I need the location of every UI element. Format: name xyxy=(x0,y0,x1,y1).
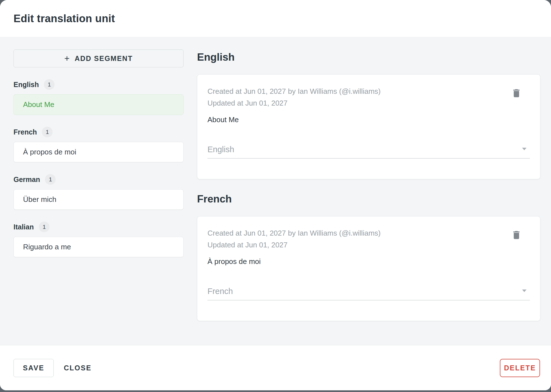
updated-at-text: Updated at Jun 01, 2027 xyxy=(207,97,510,109)
language-label: English xyxy=(13,81,39,89)
meta-block: Created at Jun 01, 2027 by Ian Williams … xyxy=(207,85,510,109)
trash-icon xyxy=(511,88,522,99)
updated-at-text: Updated at Jun 01, 2027 xyxy=(207,239,510,251)
segments-sidebar: + ADD SEGMENT English 1 About Me French … xyxy=(13,37,184,345)
language-label: German xyxy=(13,176,40,184)
segment-count-badge: 1 xyxy=(44,79,55,90)
segment-item-french[interactable]: À propos de moi xyxy=(13,142,184,162)
delete-segment-button[interactable] xyxy=(510,229,523,241)
segment-text: Über mich xyxy=(23,195,56,204)
created-at-text: Created at Jun 01, 2027 by Ian Williams … xyxy=(207,85,510,97)
segment-content-text: À propos de moi xyxy=(207,257,530,266)
close-button[interactable]: CLOSE xyxy=(63,359,92,377)
segment-count-badge: 1 xyxy=(45,174,56,185)
segment-text: About Me xyxy=(23,100,54,109)
segment-content-text: About Me xyxy=(207,115,530,124)
segment-count-badge: 1 xyxy=(39,222,49,232)
chevron-down-icon xyxy=(522,290,527,292)
segment-item-italian[interactable]: Riguardo a me xyxy=(13,237,184,257)
language-group-header-italian: Italian 1 xyxy=(13,222,184,232)
translation-card-french: Created at Jun 01, 2027 by Ian Williams … xyxy=(197,216,540,321)
segment-text: À propos de moi xyxy=(23,148,76,156)
trash-icon xyxy=(511,230,522,240)
language-select[interactable]: French xyxy=(207,287,530,300)
section-heading-english: English xyxy=(197,51,540,63)
translation-card-english: Created at Jun 01, 2027 by Ian Williams … xyxy=(197,74,540,179)
save-button[interactable]: SAVE xyxy=(13,359,54,377)
section-heading-french: French xyxy=(197,193,540,205)
language-select-value: French xyxy=(207,287,522,296)
segment-text: Riguardo a me xyxy=(23,243,71,251)
language-label: Italian xyxy=(13,223,34,231)
language-group-header-english: English 1 xyxy=(13,79,184,90)
language-select[interactable]: English xyxy=(207,145,530,159)
delete-button[interactable]: DELETE xyxy=(500,359,540,377)
chevron-down-icon xyxy=(522,148,527,150)
add-segment-button[interactable]: + ADD SEGMENT xyxy=(13,49,184,67)
segment-item-english[interactable]: About Me xyxy=(13,94,184,115)
dialog-footer: SAVE CLOSE DELETE xyxy=(0,345,551,390)
segment-item-german[interactable]: Über mich xyxy=(13,189,184,210)
language-group-header-french: French 1 xyxy=(13,127,184,137)
add-segment-label: ADD SEGMENT xyxy=(74,54,133,63)
delete-segment-button[interactable] xyxy=(510,87,523,99)
language-group-header-german: German 1 xyxy=(13,174,184,185)
meta-block: Created at Jun 01, 2027 by Ian Williams … xyxy=(207,227,510,251)
edit-translation-unit-dialog: Edit translation unit + ADD SEGMENT Engl… xyxy=(0,0,551,390)
segment-count-badge: 1 xyxy=(42,127,53,137)
translation-details: English Created at Jun 01, 2027 by Ian W… xyxy=(197,37,540,345)
dialog-header: Edit translation unit xyxy=(0,0,551,37)
dialog-title: Edit translation unit xyxy=(13,13,115,25)
language-select-value: English xyxy=(207,145,522,154)
language-label: French xyxy=(13,128,37,136)
created-at-text: Created at Jun 01, 2027 by Ian Williams … xyxy=(207,227,510,239)
plus-icon: + xyxy=(64,53,70,64)
dialog-body: + ADD SEGMENT English 1 About Me French … xyxy=(0,37,551,345)
